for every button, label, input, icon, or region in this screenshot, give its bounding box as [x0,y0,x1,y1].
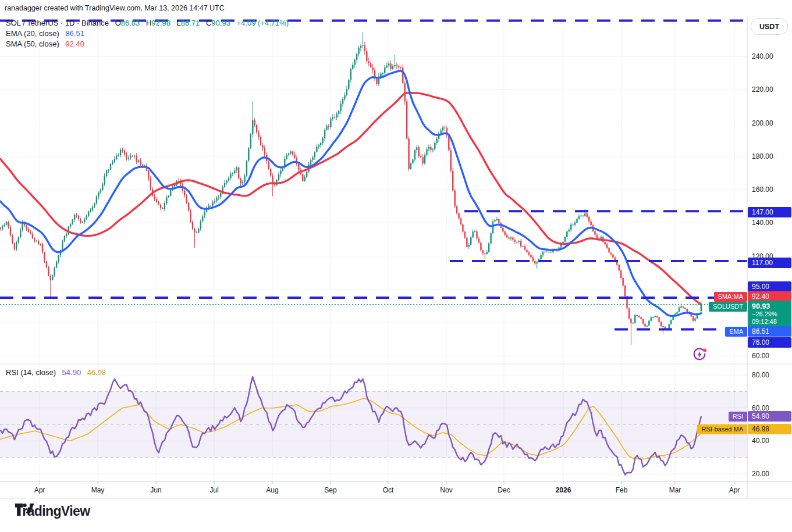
rsi-axis-badge: 54.90 [748,411,791,422]
svg-text:80.00: 80.00 [752,371,769,379]
rsi-ma-series-tag: RSI-based MA [697,424,747,434]
ema-label: EMA (20, close) [6,29,59,38]
svg-text:60.00: 60.00 [752,352,769,360]
level-badge-76: 76.00 [748,337,791,348]
bar-countdown: 09:12:48 [752,318,791,326]
tradingview-logo-mark [15,504,34,519]
level-badge-95: 95.00 [748,281,791,292]
ema-value: 86.51 [65,29,84,38]
ohlc-open-label: O [115,19,121,27]
svg-text:Apr: Apr [729,486,740,494]
ema-series-tag: EMA [725,327,747,337]
svg-text:200.00: 200.00 [752,119,773,127]
svg-text:Jul: Jul [209,486,218,494]
rsi-value: 54.90 [62,368,81,377]
svg-text:Nov: Nov [440,486,452,494]
svg-text:Sep: Sep [324,486,337,494]
sma-value: 92.40 [65,40,84,48]
change-value: +4.09 (+4.71%) [236,19,289,27]
rsi-series-tag: RSI [729,412,747,422]
svg-text:220.00: 220.00 [752,85,773,94]
rsi-legend: RSI (14, close) 54.90 46.98 [6,368,106,377]
tradingview-logo: TradingView [15,504,90,519]
ohlc-close-value: 90.93 [211,19,230,27]
ema-axis-badge: 86.51 [748,326,791,337]
ohlc-low-value: 86.71 [181,19,200,27]
svg-text:Apr: Apr [34,486,45,494]
level-badge-147: 147.00 [748,207,791,217]
sma-label: SMA (50, close) [6,40,59,48]
sma-legend-row: SMA (50, close) 92.40 [6,39,289,49]
sma-series-tag: SMA:MA [714,292,747,302]
svg-text:May: May [91,486,105,494]
svg-text:160.00: 160.00 [752,185,773,194]
rsi-ma-axis-badge: 46.98 [748,424,791,434]
svg-text:Aug: Aug [266,486,278,494]
ema-legend-row: EMA (20, close) 86.51 [6,28,289,39]
symbol-series-tag: SOLUSDT [709,302,747,312]
symbol-legend-row: SOL / TetherUS · 1D · Binance O86.83 H92… [6,18,289,28]
svg-text:Jun: Jun [150,486,161,494]
svg-text:Mar: Mar [669,486,681,494]
svg-text:Oct: Oct [383,486,394,494]
ohlc-open-value: 86.83 [121,19,140,27]
level-badge-117: 117.00 [748,258,791,268]
svg-text:40.00: 40.00 [752,437,769,445]
symbol-title: SOL / TetherUS · 1D · Binance [6,19,109,27]
rsi-ma-value: 46.98 [87,368,106,377]
rsi-label: RSI (14, close) [6,368,56,377]
ohlc-low-label: L [177,19,181,27]
svg-text:Dec: Dec [498,486,510,494]
svg-text:240.00: 240.00 [752,52,773,60]
last-price-value: 90.93 [752,302,791,310]
main-legend: SOL / TetherUS · 1D · Binance O86.83 H92… [6,18,289,49]
ohlc-close-label: C [206,19,211,27]
last-price-change: −26.29% [752,310,791,318]
last-price-badge: 90.93 −26.29% 09:12:48 [748,301,791,327]
currency-toggle-button[interactable]: USDT [751,18,788,35]
chart-canvas[interactable]: 240.00220.00200.00180.00160.00140.00120.… [0,0,792,532]
ohlc-high-value: 92.98 [151,19,171,27]
svg-text:20.00: 20.00 [752,470,769,478]
svg-text:2026: 2026 [556,486,571,494]
tradingview-chart-export: ranadagger created with TradingView.com,… [0,0,792,532]
svg-text:Feb: Feb [616,486,628,494]
svg-text:180.00: 180.00 [752,152,773,160]
ohlc-high-label: H [146,19,151,27]
svg-text:140.00: 140.00 [752,219,773,227]
